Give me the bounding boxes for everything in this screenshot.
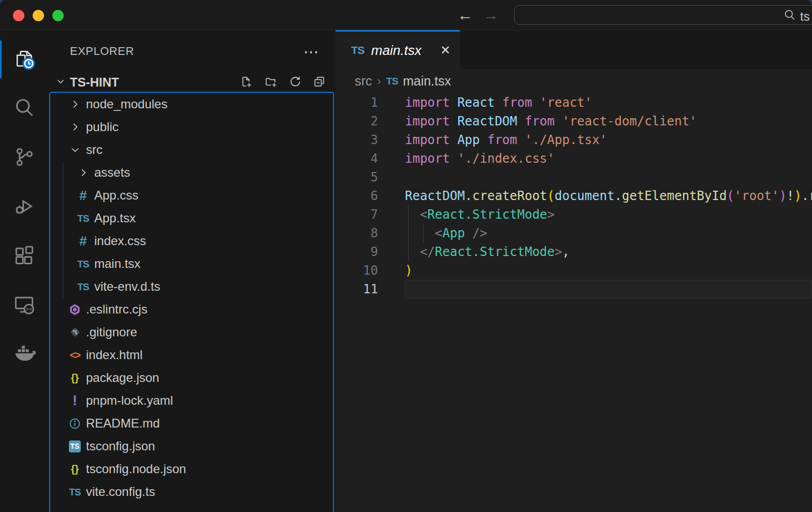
code-line-11[interactable]: 11 — [336, 280, 812, 298]
line-content: <React.StrictMode> — [405, 205, 812, 224]
command-center-search[interactable]: ts — [514, 5, 812, 25]
minimize-window-button[interactable] — [33, 10, 44, 21]
tree-item--eslintrc-cjs[interactable]: .eslintrc.cjs — [50, 298, 333, 321]
tree-item-label: assets — [94, 165, 130, 180]
file-tree: node_modulespublicsrcassets#App.cssTSApp… — [49, 92, 334, 512]
activity-search-button[interactable] — [0, 84, 48, 133]
line-content: import ReactDOM from 'react-dom/client' — [405, 112, 812, 131]
svg-text:><: >< — [25, 306, 33, 312]
tsconfig-file-icon: TS — [68, 440, 82, 452]
code-line-9[interactable]: 9 </React.StrictMode>, — [336, 243, 812, 261]
tree-item--gitignore[interactable]: .gitignore — [50, 321, 333, 344]
tab-main-tsx[interactable]: TS main.tsx ✕ — [336, 30, 460, 69]
code-line-3[interactable]: 3import App from './App.tsx' — [336, 131, 812, 149]
indent-guide — [408, 205, 409, 261]
code-line-2[interactable]: 2import ReactDOM from 'react-dom/client' — [336, 112, 812, 131]
tree-item-package-json[interactable]: {}package.json — [50, 366, 333, 389]
tree-item-label: main.tsx — [94, 257, 140, 271]
activity-docker-button[interactable] — [0, 330, 48, 379]
tree-item-label: index.html — [86, 348, 142, 362]
breadcrumb-folder[interactable]: src — [355, 74, 372, 89]
extensions-icon — [13, 244, 36, 269]
line-content: <App /> — [405, 224, 812, 243]
remote-explorer-icon: >< — [13, 293, 36, 318]
tree-item-index-html[interactable]: <>index.html — [50, 344, 333, 366]
code-line-1[interactable]: 1import React from 'react' — [336, 93, 812, 112]
tab-bar: TS main.tsx ✕ — [336, 30, 812, 69]
section-header-ts-hint[interactable]: TS-HINT — [48, 73, 336, 92]
code-editor[interactable]: 1import React from 'react'2import ReactD… — [336, 93, 812, 512]
line-number: 2 — [336, 112, 378, 131]
new-folder-button[interactable] — [264, 75, 278, 91]
chevron-right-icon — [68, 98, 82, 110]
line-content — [405, 280, 812, 298]
tree-item-app-tsx[interactable]: TSApp.tsx — [50, 207, 333, 230]
typescript-file-icon: TS — [351, 44, 365, 56]
tree-item-label: App.css — [94, 188, 138, 203]
chevron-down-icon — [54, 75, 67, 90]
tree-item-label: src — [86, 143, 103, 157]
window-controls — [13, 10, 64, 21]
ts-file-icon: TS — [76, 282, 90, 292]
tree-item-label: App.tsx — [94, 211, 136, 225]
info-file-icon — [68, 417, 82, 430]
chevron-right-icon — [76, 167, 90, 178]
navigate-back-button[interactable]: ← — [456, 6, 474, 24]
explorer-files-icon — [13, 47, 36, 72]
tree-item-label: public — [86, 120, 119, 134]
tree-item-vite-config-ts[interactable]: TSvite.config.ts — [50, 480, 333, 503]
search-text: ts — [800, 9, 810, 24]
ts-file-icon: TS — [68, 487, 82, 497]
tree-item-app-css[interactable]: #App.css — [50, 184, 333, 207]
line-content: import './index.css' — [405, 149, 812, 168]
ts-file-icon: TS — [76, 259, 90, 269]
tree-item-main-tsx[interactable]: TSmain.tsx — [50, 252, 333, 275]
tree-item-tsconfig-json[interactable]: TStsconfig.json — [50, 435, 333, 458]
code-line-5[interactable]: 5 — [336, 168, 812, 187]
tree-item-vite-env-d-ts[interactable]: TSvite-env.d.ts — [50, 275, 333, 298]
tree-item-label: README.md — [86, 416, 160, 431]
code-line-7[interactable]: 7 <React.StrictMode> — [336, 205, 812, 224]
line-number: 7 — [336, 205, 378, 224]
code-line-4[interactable]: 4import './index.css' — [336, 149, 812, 168]
git-file-icon — [68, 326, 82, 338]
tree-item-index-css[interactable]: #index.css — [50, 230, 333, 252]
tree-item-label: vite.config.ts — [86, 485, 155, 499]
activity-run-debug-button[interactable] — [0, 182, 48, 232]
tree-item-src[interactable]: src — [50, 138, 333, 161]
line-content: ReactDOM.createRoot(document.getElementB… — [405, 187, 812, 205]
tree-item-label: package.json — [86, 371, 159, 385]
tree-item-label: .eslintrc.cjs — [86, 302, 148, 317]
new-file-button[interactable] — [239, 75, 253, 91]
tree-item-tsconfig-node-json[interactable]: {}tsconfig.node.json — [50, 458, 333, 480]
refresh-button[interactable] — [288, 75, 302, 91]
code-line-10[interactable]: 10) — [336, 261, 812, 280]
navigate-forward-button[interactable]: → — [482, 6, 500, 24]
run-debug-icon — [13, 195, 36, 220]
more-actions-button[interactable]: ⋯ — [303, 42, 319, 61]
tree-item-pnpm-lock-yaml[interactable]: !pnpm-lock.yaml — [50, 389, 333, 412]
line-content: </React.StrictMode>, — [405, 243, 812, 261]
zoom-window-button[interactable] — [52, 10, 64, 21]
activity-explorer-button[interactable] — [0, 35, 48, 84]
search-icon — [783, 8, 796, 25]
vscode-window: ← → ts — [0, 0, 812, 512]
tab-label: main.tsx — [371, 42, 422, 59]
collapse-folders-button[interactable] — [312, 75, 326, 91]
line-number: 11 — [336, 280, 378, 298]
activity-remote-explorer-button[interactable]: >< — [0, 281, 48, 330]
activity-source-control-button[interactable] — [0, 133, 48, 182]
close-window-button[interactable] — [13, 10, 24, 21]
close-tab-button[interactable]: ✕ — [440, 43, 451, 58]
ts-file-icon: TS — [76, 214, 90, 223]
typescript-file-icon: TS — [386, 76, 398, 87]
tree-item-public[interactable]: public — [50, 116, 333, 138]
tree-item-label: .gitignore — [86, 325, 137, 339]
tree-item-node-modules[interactable]: node_modules — [50, 93, 333, 116]
code-line-6[interactable]: 6ReactDOM.createRoot(document.getElement… — [336, 187, 812, 205]
tree-item-readme-md[interactable]: README.md — [50, 412, 333, 435]
breadcrumb-file[interactable]: main.tsx — [403, 74, 451, 89]
code-line-8[interactable]: 8 <App /> — [336, 224, 812, 243]
activity-extensions-button[interactable] — [0, 232, 48, 281]
tree-item-assets[interactable]: assets — [50, 161, 333, 184]
